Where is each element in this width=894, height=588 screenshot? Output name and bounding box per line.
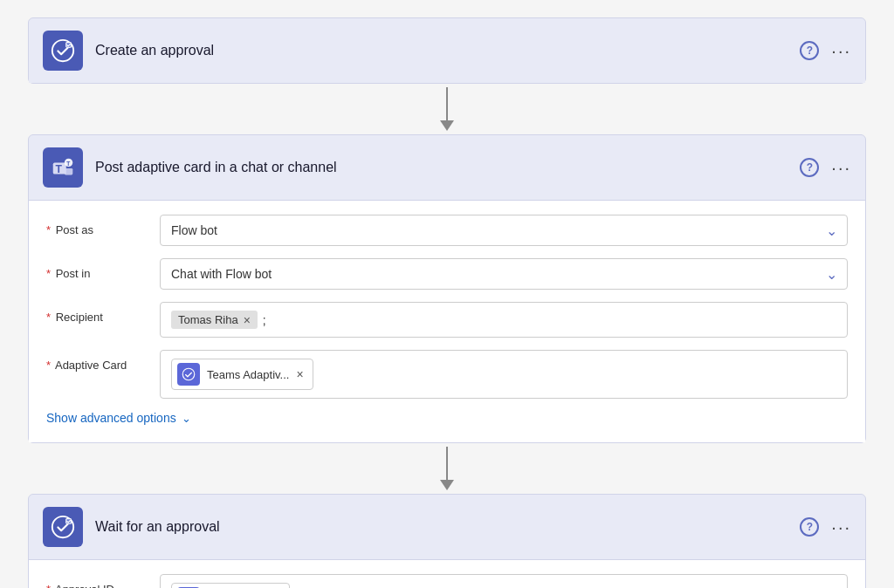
connector-1 <box>440 84 454 134</box>
wait-approval-icon <box>43 507 83 547</box>
svg-point-9 <box>182 368 195 380</box>
adaptive-card-label: * Adaptive Card <box>46 350 160 372</box>
show-advanced-options[interactable]: Show advanced options ⌄ <box>46 411 848 425</box>
create-approval-header: Create an approval ? ··· <box>29 18 865 83</box>
recipient-tag-remove[interactable]: × <box>244 314 251 326</box>
post-in-control[interactable]: Chat with Flow bot Channel ⌄ <box>160 258 848 290</box>
approval-icon <box>43 31 83 71</box>
wait-approval-card: Wait for an approval ? ··· * Approval ID <box>28 494 866 588</box>
svg-text:T: T <box>56 163 63 175</box>
approval-id-input[interactable]: Approval ID × <box>160 574 848 588</box>
recipient-input[interactable]: Tomas Riha × ; <box>160 302 848 338</box>
post-as-required: * <box>46 223 51 236</box>
post-adaptive-help[interactable]: ? <box>800 158 819 177</box>
approval-id-required: * <box>46 583 51 588</box>
post-adaptive-title: Post adaptive card in a chat or channel <box>95 160 800 175</box>
svg-text:T: T <box>66 161 70 167</box>
create-approval-more[interactable]: ··· <box>831 41 851 61</box>
create-approval-card: Create an approval ? ··· <box>28 17 866 84</box>
wait-approval-help[interactable]: ? <box>800 517 819 537</box>
approval-id-tag: Approval ID × <box>171 583 290 588</box>
connector-2 <box>440 443 454 494</box>
wait-approval-more[interactable]: ··· <box>831 517 851 537</box>
recipient-label: * Recipient <box>46 302 160 324</box>
approval-id-row: * Approval ID Approval ID <box>46 574 848 588</box>
adaptive-card-required: * <box>46 359 51 372</box>
post-adaptive-controls: ? ··· <box>800 158 851 178</box>
create-approval-controls: ? ··· <box>800 41 851 61</box>
show-advanced-chevron-icon: ⌄ <box>182 412 191 425</box>
wait-approval-controls: ? ··· <box>800 517 851 537</box>
wait-approval-header: Wait for an approval ? ··· <box>29 495 865 559</box>
adaptive-card-tag: Teams Adaptiv... × <box>171 359 313 390</box>
recipient-semicolon: ; <box>263 313 266 327</box>
flow-container: Create an approval ? ··· T T <box>28 17 866 588</box>
create-approval-title: Create an approval <box>95 43 800 58</box>
post-in-required: * <box>46 267 51 280</box>
adaptive-card-input[interactable]: Teams Adaptiv... × <box>160 350 848 399</box>
post-as-control[interactable]: Flow bot User ⌄ <box>160 215 848 246</box>
connector-line-2 <box>446 447 448 480</box>
recipient-required: * <box>46 311 51 324</box>
connector-arrowhead-1 <box>440 120 454 131</box>
recipient-tag: Tomas Riha × <box>171 311 258 329</box>
connector-line-1 <box>446 87 448 120</box>
connector-arrowhead-2 <box>440 480 454 490</box>
post-in-select[interactable]: Chat with Flow bot Channel <box>160 258 848 290</box>
svg-rect-8 <box>65 168 72 175</box>
post-adaptive-header: T T Post adaptive card in a chat or chan… <box>29 135 865 200</box>
post-as-row: * Post as Flow bot User ⌄ <box>46 215 848 246</box>
post-in-row: * Post in Chat with Flow bot Channel ⌄ <box>46 258 848 290</box>
recipient-row: * Recipient Tomas Riha × ; <box>46 302 848 338</box>
recipient-control: Tomas Riha × ; <box>160 302 848 338</box>
adaptive-card-icon <box>177 363 200 386</box>
adaptive-card-control: Teams Adaptiv... × <box>160 350 848 399</box>
approval-id-control: Approval ID × <box>160 574 848 588</box>
adaptive-card-tag-remove[interactable]: × <box>296 368 303 380</box>
post-in-label: * Post in <box>46 258 160 280</box>
create-approval-help[interactable]: ? <box>800 41 819 60</box>
post-adaptive-more[interactable]: ··· <box>831 158 851 178</box>
adaptive-card-row: * Adaptive Card Teams Adaptiv... <box>46 350 848 399</box>
teams-icon: T T <box>43 147 83 188</box>
wait-approval-title: Wait for an approval <box>95 519 800 535</box>
post-adaptive-body: * Post as Flow bot User ⌄ * Post in <box>29 200 865 442</box>
post-adaptive-card: T T Post adaptive card in a chat or chan… <box>28 134 866 443</box>
post-as-select[interactable]: Flow bot User <box>160 215 848 246</box>
approval-id-label: * Approval ID <box>46 574 160 588</box>
post-as-label: * Post as <box>46 215 160 236</box>
wait-approval-body: * Approval ID Approval ID <box>29 559 865 588</box>
